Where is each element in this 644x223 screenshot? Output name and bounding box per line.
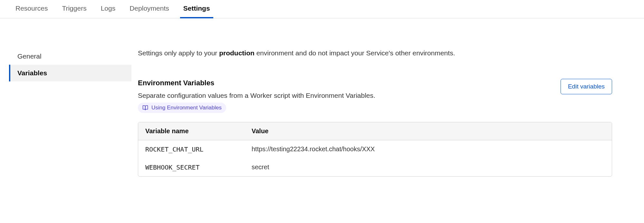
tab-resources[interactable]: Resources [15,0,48,18]
sidebar-item-variables[interactable]: Variables [9,65,131,81]
doc-link-label: Using Environment Variables [151,105,222,111]
table-header: Variable name Value [138,122,612,140]
column-header-value: Value [245,122,612,140]
var-name: ROCKET_CHAT_URL [138,140,245,158]
banner-prefix: Settings only apply to your [138,49,219,57]
environment-scope-banner: Settings only apply to your production e… [138,48,612,58]
tab-triggers[interactable]: Triggers [62,0,86,18]
var-name: WEBHOOK_SECRET [138,158,245,176]
tabs-bar: Resources Triggers Logs Deployments Sett… [0,0,644,18]
main-content: Settings only apply to your production e… [131,48,628,177]
table-row: ROCKET_CHAT_URL https://testing22234.roc… [138,140,612,158]
var-value: https://testing22234.rocket.chat/hooks/X… [245,140,612,158]
env-vars-table: Variable name Value ROCKET_CHAT_URL http… [138,122,612,177]
tab-settings[interactable]: Settings [183,0,210,18]
banner-suffix: environment and do not impact your Servi… [255,49,455,57]
sidebar-item-general[interactable]: General [9,48,131,65]
tab-logs[interactable]: Logs [101,0,116,18]
env-vars-doc-link[interactable]: Using Environment Variables [138,103,226,113]
settings-sidebar: General Variables [0,48,131,177]
table-row: WEBHOOK_SECRET secret [138,158,612,176]
env-vars-title: Environment Variables [138,79,561,87]
book-icon [142,105,148,111]
sidebar-item-label: Variables [17,69,47,77]
banner-bold: production [219,49,255,57]
env-vars-description: Separate configuration values from a Wor… [138,92,561,99]
sidebar-item-label: General [17,52,42,60]
edit-variables-button[interactable]: Edit variables [561,79,612,94]
tab-deployments[interactable]: Deployments [130,0,169,18]
column-header-name: Variable name [138,122,245,140]
var-value: secret [245,158,612,176]
